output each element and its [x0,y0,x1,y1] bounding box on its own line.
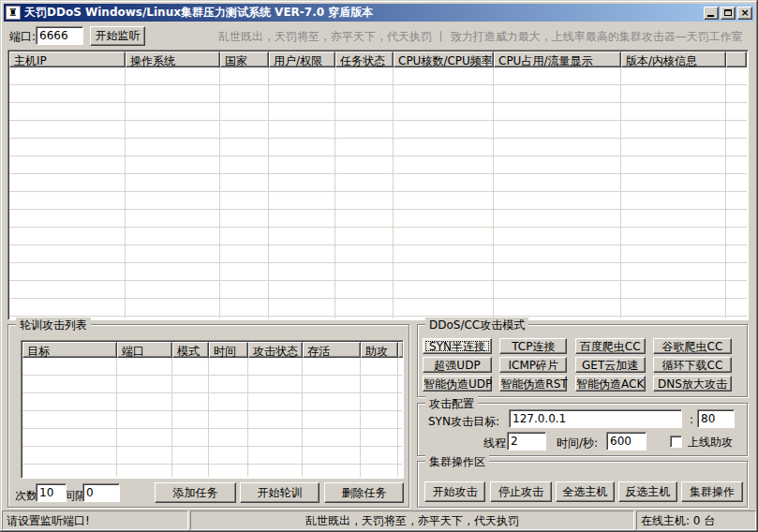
poll-button-1[interactable]: 开始轮训 [240,482,320,503]
maximize-button[interactable] [721,7,736,20]
mode-button-2[interactable]: 百度爬虫CC [575,338,646,354]
cluster-ops-group: 集群操作区 开始攻击停止攻击全选主机反选主机集群操作 [417,461,748,508]
host-listview[interactable]: 主机IP操作系统国家用户/权限任务状态CPU核数/CPU频率CPU占用/流量显示… [7,50,749,320]
poll-column-header-7[interactable] [398,342,404,358]
status-center: 乱世既出，天罚将至，亦平天下，代天执罚 [190,510,634,530]
app-window: ♜ 天罚DDoS Windows/Linux集群压力测试系统 VER-7.0 穿… [0,0,758,532]
threads-input[interactable] [507,432,546,451]
host-column-header-8[interactable] [726,52,747,67]
times-input[interactable] [36,483,67,502]
banner-slogan: 乱世既出，天罚将至，亦平天下，代天执罚 丨 致力打造威力最大，上线率最高的集群攻… [218,29,743,45]
host-gridline [725,67,726,318]
mode-button-6[interactable]: GET云加速 [575,357,646,373]
cluster-button-3[interactable]: 反选主机 [618,481,677,502]
mode-button-11[interactable]: DNS放大攻击 [653,376,732,392]
attack-mode-group: DDoS/CC攻击模式 SYN半连接TCP连接百度爬虫CC谷歌爬虫CC超强UDP… [417,324,748,397]
poll-gridline [171,358,172,477]
status-right: 在线主机: 0 台 [636,510,756,530]
mode-button-0[interactable]: SYN半连接 [423,338,492,354]
poll-column-header-3[interactable]: 时间 [209,342,248,358]
mode-button-9[interactable]: 智能伪造RST [499,376,567,392]
poll-gridline [247,358,248,477]
port-input[interactable] [36,26,83,45]
time-input[interactable] [606,432,647,451]
status-left: 请设置监听端口! [2,510,188,530]
target-port-input[interactable] [697,409,735,428]
close-icon: × [738,7,751,19]
cluster-ops-group-title: 集群操作区 [425,454,489,470]
title-bar: ♜ 天罚DDoS Windows/Linux集群压力测试系统 VER-7.0 穿… [4,4,754,22]
mode-button-5[interactable]: ICMP碎片 [499,357,567,373]
poll-column-header-1[interactable]: 端口 [117,342,172,358]
syn-target-label: SYN攻击目标: [428,414,499,430]
poll-column-header-6[interactable]: 助攻 [361,342,398,358]
threads-label: 线程: [483,436,510,451]
poll-attack-group: 轮训攻击列表 目标端口模式时间攻击状态存活助攻 次数: 间隔: [7,324,409,508]
host-table-body[interactable] [9,67,747,318]
online-assist-checkbox[interactable] [670,436,682,448]
host-column-header-6[interactable]: CPU占用/流量显示 [494,52,621,67]
poll-table-header: 目标端口模式时间攻击状态存活助攻 [22,342,402,358]
host-column-header-7[interactable]: 版本/内核信息 [621,52,726,67]
mode-button-4[interactable]: 超强UDP [423,357,492,373]
poll-table-body[interactable] [22,358,402,477]
poll-button-2[interactable]: 删除任务 [324,482,404,503]
host-column-header-2[interactable]: 国家 [220,52,269,67]
host-gridline [393,67,394,318]
start-listen-button[interactable]: 开始监听 [90,26,145,46]
poll-gridline [116,358,117,477]
poll-gridline [208,358,209,477]
host-column-header-5[interactable]: CPU核数/CPU频率 [394,52,494,67]
poll-attack-group-title: 轮训攻击列表 [16,318,91,333]
port-label: 端口: [9,29,36,45]
close-button[interactable]: × [737,7,752,20]
host-column-header-0[interactable]: 主机IP [9,52,126,67]
host-column-header-3[interactable]: 用户/权限 [269,52,335,67]
cluster-button-1[interactable]: 停止攻击 [490,481,552,502]
syn-target-input[interactable] [509,409,682,428]
poll-gridline [302,358,303,477]
cluster-button-0[interactable]: 开始攻击 [424,481,485,502]
window-title: 天罚DDoS Windows/Linux集群压力测试系统 VER-7.0 穿盾版… [24,5,702,21]
mode-button-3[interactable]: 谷歌爬虫CC [653,338,732,354]
app-icon: ♜ [6,6,21,20]
attack-mode-group-title: DDoS/CC攻击模式 [425,318,528,333]
maximize-icon [724,9,732,16]
poll-column-header-5[interactable]: 存活 [303,342,361,358]
poll-column-header-4[interactable]: 攻击状态 [248,342,303,358]
poll-gridline [360,358,361,477]
host-gridline [493,67,494,318]
attack-mode-grid: SYN半连接TCP连接百度爬虫CC谷歌爬虫CC超强UDPICMP碎片GET云加速… [423,338,732,392]
minimize-button[interactable] [704,7,719,20]
mode-button-1[interactable]: TCP连接 [499,338,567,354]
poll-button-0[interactable]: 添加任务 [155,482,236,503]
mode-button-8[interactable]: 智能伪造UDP [423,376,492,392]
online-assist-label: 上线助攻 [688,435,733,451]
poll-gridline [397,358,398,477]
mode-button-7[interactable]: 循环下载CC [653,357,732,373]
host-gridline [219,67,220,318]
interval-input[interactable] [82,483,120,502]
time-label: 时间/秒: [557,436,598,451]
host-table-header: 主机IP操作系统国家用户/权限任务状态CPU核数/CPU频率CPU占用/流量显示… [9,52,747,67]
host-gridline [268,67,269,318]
poll-column-header-2[interactable]: 模式 [172,342,209,358]
minimize-icon [707,15,714,17]
attack-config-group-title: 攻击配置 [425,396,478,412]
mode-button-10[interactable]: 智能伪造ACK [575,376,646,392]
cluster-button-4[interactable]: 集群操作 [681,481,743,502]
target-colon: : [690,413,693,426]
host-gridline [125,67,126,318]
host-column-header-4[interactable]: 任务状态 [335,52,394,67]
host-gridline [620,67,621,318]
poll-column-header-0[interactable]: 目标 [22,342,117,358]
host-column-header-1[interactable]: 操作系统 [126,52,220,67]
host-gridline [334,67,335,318]
cluster-button-2[interactable]: 全选主机 [556,481,615,502]
poll-listview[interactable]: 目标端口模式时间攻击状态存活助攻 [21,340,404,479]
